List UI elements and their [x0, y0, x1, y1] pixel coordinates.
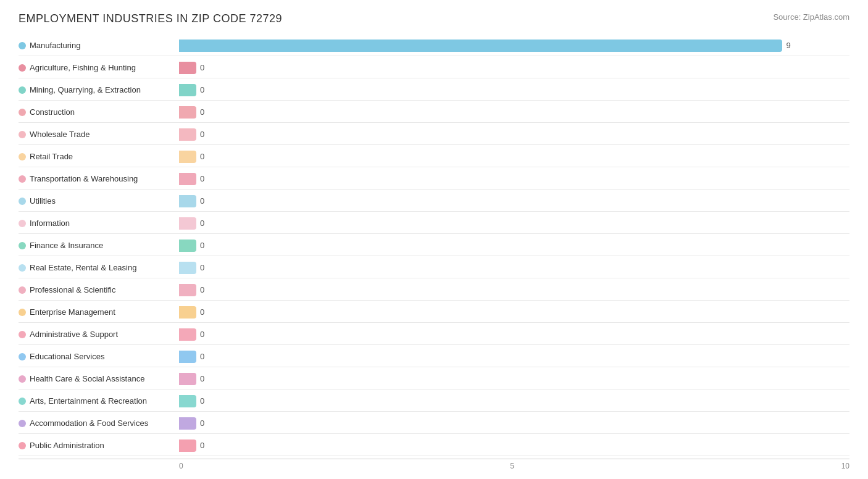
bar-label-text: Accommodation & Food Services — [30, 419, 148, 428]
bar-row: Manufacturing9 — [19, 35, 849, 56]
bar-row: Wholesale Trade0 — [19, 124, 849, 145]
bar-row: Arts, Entertainment & Recreation0 — [19, 391, 849, 412]
bar-fill — [179, 417, 196, 430]
bar-fill — [179, 195, 196, 207]
bar-container: 0 — [179, 62, 849, 74]
source-label: Source: ZipAtlas.com — [773, 12, 849, 22]
bar-container: 0 — [179, 306, 849, 319]
bar-value: 0 — [200, 285, 204, 294]
bar-label-text: Utilities — [30, 196, 56, 206]
bar-label: Wholesale Trade — [19, 130, 179, 139]
bar-dot — [19, 309, 26, 316]
bar-row: Construction0 — [19, 102, 849, 123]
bar-label: Construction — [19, 107, 179, 117]
x-tick: 10 — [841, 462, 849, 470]
bar-row: Transportation & Warehousing0 — [19, 169, 849, 190]
bar-label: Agriculture, Fishing & Hunting — [19, 63, 179, 72]
bar-dot — [19, 153, 26, 160]
bar-fill — [179, 151, 196, 163]
bar-value: 0 — [200, 419, 204, 428]
bar-fill — [179, 306, 196, 319]
bar-row: Administrative & Support0 — [19, 324, 849, 345]
bar-label-text: Mining, Quarrying, & Extraction — [30, 85, 141, 94]
bar-dot — [19, 175, 26, 183]
bar-label-text: Construction — [30, 107, 75, 117]
bar-dot — [19, 242, 26, 249]
bar-row: Finance & Insurance0 — [19, 235, 849, 256]
bar-label-text: Arts, Entertainment & Recreation — [30, 396, 147, 406]
bar-value: 0 — [200, 152, 204, 161]
bar-container: 9 — [179, 40, 849, 52]
bar-value: 0 — [200, 196, 204, 206]
bar-container: 0 — [179, 395, 849, 407]
bar-label: Accommodation & Food Services — [19, 419, 179, 428]
x-axis: 0510 — [179, 462, 849, 470]
bar-row: Mining, Quarrying, & Extraction0 — [19, 80, 849, 101]
bar-row: Health Care & Social Assistance0 — [19, 369, 849, 389]
bar-row: Agriculture, Fishing & Hunting0 — [19, 57, 849, 78]
bar-fill — [179, 106, 196, 119]
bar-row: Educational Services0 — [19, 346, 849, 367]
bar-container: 0 — [179, 284, 849, 296]
bar-label-text: Manufacturing — [30, 41, 80, 50]
bar-label: Utilities — [19, 196, 179, 206]
x-tick: 0 — [179, 462, 183, 470]
bar-label-text: Retail Trade — [30, 152, 73, 161]
bar-dot — [19, 131, 26, 138]
bar-dot — [19, 375, 26, 383]
bar-label-text: Wholesale Trade — [30, 130, 90, 139]
bar-value: 0 — [200, 85, 204, 94]
bar-container: 0 — [179, 328, 849, 341]
bar-label-text: Administrative & Support — [30, 330, 118, 339]
bar-fill — [179, 40, 782, 52]
bar-dot — [19, 442, 26, 449]
bar-label: Enterprise Management — [19, 307, 179, 317]
bar-dot — [19, 264, 26, 272]
bar-value: 9 — [786, 41, 790, 50]
bar-row: Retail Trade0 — [19, 146, 849, 167]
bar-label: Transportation & Warehousing — [19, 174, 179, 183]
bar-dot — [19, 198, 26, 205]
page-container: EMPLOYMENT INDUSTRIES IN ZIP CODE 72729 … — [19, 12, 849, 470]
bar-container: 0 — [179, 151, 849, 163]
bar-row: Information0 — [19, 213, 849, 234]
bar-label-text: Educational Services — [30, 352, 104, 361]
bar-value: 0 — [200, 352, 204, 361]
bar-value: 0 — [200, 263, 204, 272]
bar-row: Professional & Scientific0 — [19, 280, 849, 301]
bar-value: 0 — [200, 330, 204, 339]
bar-label-text: Public Administration — [30, 441, 104, 450]
bar-fill — [179, 62, 196, 74]
bar-dot — [19, 331, 26, 338]
bar-container: 0 — [179, 128, 849, 141]
bar-fill — [179, 240, 196, 252]
bar-label: Information — [19, 219, 179, 228]
bar-dot — [19, 286, 26, 294]
bar-label: Educational Services — [19, 352, 179, 361]
bar-label: Administrative & Support — [19, 330, 179, 339]
bar-container: 0 — [179, 240, 849, 252]
bar-value: 0 — [200, 174, 204, 183]
bar-label: Professional & Scientific — [19, 285, 179, 294]
bar-value: 0 — [200, 396, 204, 406]
bar-row: Utilities0 — [19, 191, 849, 212]
bar-dot — [19, 353, 26, 360]
bar-row: Public Administration0 — [19, 435, 849, 456]
bar-value: 0 — [200, 219, 204, 228]
bar-label: Real Estate, Rental & Leasing — [19, 263, 179, 272]
bar-dot — [19, 64, 26, 72]
bar-fill — [179, 395, 196, 407]
bar-label-text: Enterprise Management — [30, 307, 115, 317]
bar-label: Manufacturing — [19, 41, 179, 50]
bar-fill — [179, 328, 196, 341]
bar-label-text: Agriculture, Fishing & Hunting — [30, 63, 136, 72]
bar-label: Finance & Insurance — [19, 241, 179, 250]
bar-fill — [179, 351, 196, 363]
bar-row: Real Estate, Rental & Leasing0 — [19, 257, 849, 278]
bar-fill — [179, 284, 196, 296]
bar-container: 0 — [179, 439, 849, 452]
bar-container: 0 — [179, 373, 849, 385]
bar-dot — [19, 420, 26, 427]
bar-label-text: Transportation & Warehousing — [30, 174, 138, 183]
bar-container: 0 — [179, 195, 849, 207]
